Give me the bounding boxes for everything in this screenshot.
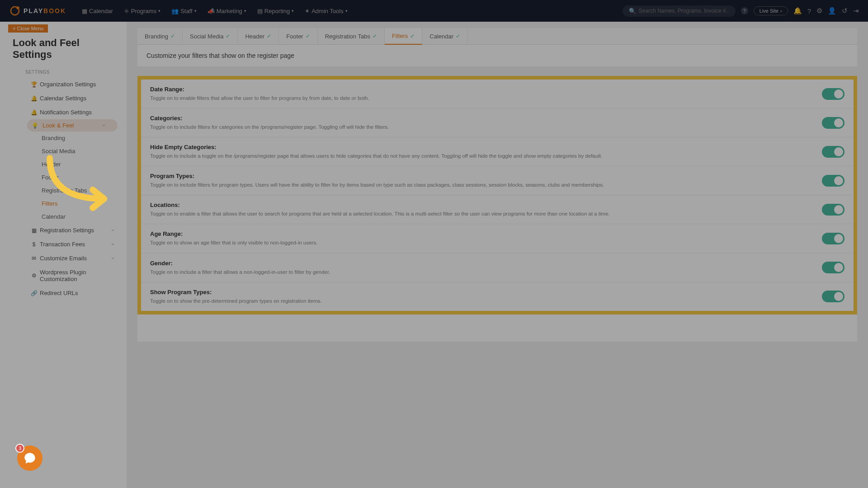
check-icon: ✓ <box>226 33 230 39</box>
filter-desc: Toggle on to enable filters that allow t… <box>150 94 822 102</box>
help-icon[interactable]: ? <box>807 7 811 15</box>
sidebar-item-calendar-settings[interactable]: 🔔Calendar Settings <box>0 91 127 105</box>
filters-panel: Date Range:Toggle on to enable filters t… <box>137 76 857 314</box>
submenu-footer[interactable]: Footer <box>0 171 127 184</box>
filter-row-date-range: Date Range:Toggle on to enable filters t… <box>141 80 854 108</box>
sidebar-item-look-feel[interactable]: 💡Look & Feel <box>27 119 118 131</box>
nav-marketing[interactable]: 📣Marketing▾ <box>203 5 251 17</box>
chat-bubble[interactable]: 3 <box>17 446 42 471</box>
sidebar-item-customize-emails[interactable]: ✉Customize Emails <box>0 251 127 265</box>
filter-desc: Toggle on to include filters for categor… <box>150 123 822 131</box>
tabs: Branding✓ Social Media✓ Header✓ Footer✓ … <box>137 28 857 45</box>
tab-registration-tabs[interactable]: Registration Tabs✓ <box>318 28 385 44</box>
filter-desc: Toggle on to enable a filter that allows… <box>150 210 822 217</box>
submenu-social-media[interactable]: Social Media <box>0 145 127 158</box>
svg-point-1 <box>16 6 19 9</box>
check-icon: ✓ <box>456 33 460 39</box>
admin-icon: ✶ <box>305 8 310 14</box>
check-icon: ✓ <box>410 33 415 39</box>
search-box[interactable]: 🔍 <box>623 5 736 17</box>
nav-programs[interactable]: ⚛Programs▾ <box>119 5 165 17</box>
filter-title: Gender: <box>150 260 822 267</box>
tab-filters[interactable]: Filters✓ <box>385 28 422 45</box>
tab-calendar[interactable]: Calendar✓ <box>422 28 468 44</box>
toggle-hide-empty[interactable] <box>822 146 844 158</box>
close-menu-button[interactable]: × Close Menu <box>8 24 48 33</box>
bulb-icon: 💡 <box>32 122 38 129</box>
sidebar-item-wordpress[interactable]: ⚙Wordpress Plugin Customization <box>0 265 127 286</box>
tab-social-media[interactable]: Social Media✓ <box>183 28 238 44</box>
filters-panel-highlight: Date Range:Toggle on to enable filters t… <box>137 76 857 314</box>
sidebar-item-organization[interactable]: 🏆Organization Settings <box>0 77 127 91</box>
toggle-show-program-types[interactable] <box>822 291 844 302</box>
gear-icon[interactable]: ⚙ <box>816 7 822 15</box>
logout-icon[interactable]: ⇥ <box>853 7 859 15</box>
chevron-down-icon: ▾ <box>345 9 348 13</box>
nav-admin-tools[interactable]: ✶Admin Tools▾ <box>300 5 352 17</box>
tab-header[interactable]: Header✓ <box>238 28 279 44</box>
filter-row-show-program-types: Show Program Types:Toggle on to show the… <box>141 282 854 311</box>
link-icon: 🔗 <box>31 290 37 296</box>
search-icon: 🔍 <box>629 8 636 14</box>
reporting-icon: ▤ <box>257 8 263 14</box>
sidebar-item-redirect-urls[interactable]: 🔗Redirect URLs <box>0 286 127 300</box>
clipboard-icon: ▦ <box>31 227 37 234</box>
programs-icon: ⚛ <box>124 8 129 14</box>
filter-title: Age Range: <box>150 230 822 237</box>
submenu-filters[interactable]: Filters <box>0 197 127 210</box>
chevron-down-icon: ▾ <box>194 9 197 13</box>
sidebar: × Close Menu Look and Feel Settings SETT… <box>0 22 127 488</box>
filter-title: Date Range: <box>150 86 822 93</box>
nav-right: 🔍 ? Live Site› 🔔 ? ⚙ 👤 ↺ ⇥ <box>623 5 859 17</box>
sidebar-item-registration-settings[interactable]: ▦Registration Settings <box>0 223 127 237</box>
check-icon: ✓ <box>306 33 310 39</box>
top-navbar: PLAYBOOK ▦Calendar ⚛Programs▾ 👥Staff▾ 📣M… <box>0 0 868 22</box>
toggle-gender[interactable] <box>822 262 844 273</box>
nav-reporting[interactable]: ▤Reporting▾ <box>253 5 298 17</box>
nav-items: ▦Calendar ⚛Programs▾ 👥Staff▾ 📣Marketing▾… <box>77 5 352 17</box>
filter-desc: Toggle on to show the pre-determined pro… <box>150 297 822 305</box>
filter-title: Locations: <box>150 202 822 208</box>
logo-icon <box>9 5 21 17</box>
user-icon[interactable]: 👤 <box>828 7 836 15</box>
tab-branding[interactable]: Branding✓ <box>137 28 183 44</box>
filter-row-hide-empty: Hide Empty Categories:Toggle on to inclu… <box>141 137 854 166</box>
page-title: Look and Feel Settings <box>0 35 127 67</box>
submenu-registration-tabs[interactable]: Registration Tabs <box>0 184 127 197</box>
filter-row-program-types: Program Types:Toggle on to include filte… <box>141 166 854 195</box>
filter-desc: Toggle on to include filters for program… <box>150 181 822 188</box>
help-badge[interactable]: ? <box>741 7 748 14</box>
filter-title: Hide Empty Categories: <box>150 144 822 150</box>
submenu-calendar[interactable]: Calendar <box>0 210 127 223</box>
history-icon[interactable]: ↺ <box>842 7 848 15</box>
tab-footer[interactable]: Footer✓ <box>279 28 318 44</box>
submenu-branding[interactable]: Branding <box>0 131 127 145</box>
trophy-icon: 🏆 <box>31 81 37 88</box>
toggle-categories[interactable] <box>822 117 844 129</box>
marketing-icon: 📣 <box>208 8 215 14</box>
live-site-button[interactable]: Live Site› <box>754 6 788 15</box>
logo-text: PLAYBOOK <box>24 7 66 14</box>
submenu-header[interactable]: Header <box>0 158 127 171</box>
chevron-down-icon: ▾ <box>244 9 246 13</box>
toggle-age-range[interactable] <box>822 233 844 244</box>
toggle-program-types[interactable] <box>822 175 844 187</box>
search-input[interactable] <box>639 8 729 14</box>
sidebar-item-notification-settings[interactable]: 🔔Notification Settings <box>0 105 127 119</box>
check-icon: ✓ <box>373 33 377 39</box>
toggle-date-range[interactable] <box>822 88 844 100</box>
filter-title: Show Program Types: <box>150 289 822 296</box>
filter-row-gender: Gender:Toggle on to include a filter tha… <box>141 253 854 282</box>
bell-icon[interactable]: 🔔 <box>793 7 802 15</box>
chat-badge: 3 <box>15 444 24 453</box>
dollar-icon: $ <box>31 241 37 248</box>
chat-icon <box>24 452 36 465</box>
toggle-locations[interactable] <box>822 204 844 216</box>
bell-icon: 🔔 <box>31 109 37 116</box>
settings-section-label: SETTINGS <box>0 67 127 77</box>
sidebar-item-transaction-fees[interactable]: $Transaction Fees <box>0 237 127 251</box>
nav-calendar[interactable]: ▦Calendar <box>77 5 118 17</box>
main-content: Branding✓ Social Media✓ Header✓ Footer✓ … <box>127 22 868 488</box>
nav-staff[interactable]: 👥Staff▾ <box>167 5 201 17</box>
logo[interactable]: PLAYBOOK <box>9 5 66 17</box>
